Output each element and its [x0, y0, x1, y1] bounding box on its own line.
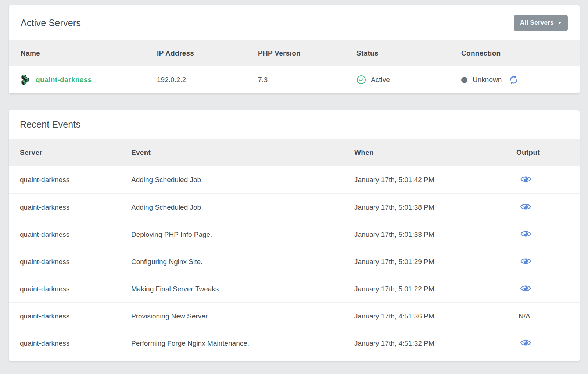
- view-output-button[interactable]: [520, 257, 531, 265]
- active-servers-title: Active Servers: [21, 18, 81, 28]
- event-description: Configuring Nginx Site.: [131, 258, 354, 266]
- events-table-body: quaint-darkness Adding Scheduled Job. Ja…: [9, 166, 580, 357]
- event-server: quaint-darkness: [20, 203, 131, 211]
- server-connection-cell: Unknown: [461, 75, 568, 85]
- event-row: quaint-darkness Making Final Server Twea…: [9, 275, 580, 302]
- column-header-output: Output: [516, 149, 569, 157]
- column-header-ip: IP Address: [157, 49, 258, 57]
- servers-table-header: Name IP Address PHP Version Status Conne…: [9, 40, 580, 66]
- server-connection-label: Unknown: [473, 76, 502, 84]
- server-name-cell: quaint-darkness: [21, 74, 157, 85]
- eye-icon: [520, 175, 531, 183]
- server-ip: 192.0.2.2: [157, 76, 258, 84]
- server-cubes-icon: [21, 74, 30, 85]
- column-header-connection: Connection: [461, 49, 568, 57]
- event-description: Adding Scheduled Job.: [131, 203, 354, 211]
- event-row: quaint-darkness Adding Scheduled Job. Ja…: [9, 166, 580, 193]
- event-server: quaint-darkness: [20, 176, 131, 184]
- recent-events-title: Recent Events: [20, 119, 80, 130]
- event-server: quaint-darkness: [20, 339, 131, 348]
- connection-unknown-dot-icon: [461, 77, 467, 83]
- event-when: January 17th, 5:01:22 PM: [354, 285, 516, 293]
- recent-events-card: Recent Events Server Event When Output q…: [9, 110, 580, 361]
- view-output-button[interactable]: [520, 230, 531, 238]
- all-servers-dropdown-label: All Servers: [520, 19, 554, 26]
- status-check-circle-icon: [356, 75, 366, 85]
- event-server: quaint-darkness: [20, 312, 131, 320]
- event-when: January 17th, 5:01:38 PM: [354, 203, 516, 211]
- active-servers-header: Active Servers All Servers: [9, 5, 580, 40]
- column-header-php: PHP Version: [258, 49, 356, 57]
- event-row: quaint-darkness Performing Forge Nginx M…: [9, 330, 580, 357]
- event-output-cell: [516, 175, 569, 185]
- column-header-event: Event: [131, 149, 354, 157]
- event-when: January 17th, 5:01:29 PM: [354, 258, 516, 266]
- event-description: Deploying PHP Info Page.: [131, 231, 354, 239]
- column-header-status: Status: [356, 49, 461, 57]
- event-description: Provisioning New Server.: [131, 312, 354, 320]
- event-row: quaint-darkness Provisioning New Server.…: [9, 302, 580, 330]
- event-description: Making Final Server Tweaks.: [131, 285, 354, 293]
- eye-icon: [520, 284, 531, 292]
- event-row: quaint-darkness Configuring Nginx Site. …: [9, 248, 580, 275]
- event-row: quaint-darkness Deploying PHP Info Page.…: [9, 221, 580, 248]
- event-output-cell: [516, 284, 569, 294]
- recent-events-header: Recent Events: [9, 110, 580, 139]
- event-output-cell: [516, 203, 569, 212]
- event-server: quaint-darkness: [20, 258, 131, 266]
- active-servers-card: Active Servers All Servers Name IP Addre…: [9, 5, 580, 93]
- view-output-button[interactable]: [520, 175, 531, 183]
- eye-icon: [520, 257, 531, 265]
- event-server: quaint-darkness: [20, 285, 131, 293]
- column-header-name: Name: [21, 49, 157, 57]
- server-name-link[interactable]: quaint-darkness: [36, 76, 92, 84]
- event-row: quaint-darkness Adding Scheduled Job. Ja…: [9, 193, 580, 221]
- server-php-version: 7.3: [258, 76, 356, 84]
- refresh-icon: [509, 75, 519, 85]
- column-header-server: Server: [20, 149, 131, 157]
- eye-icon: [520, 339, 531, 347]
- event-when: January 17th, 5:01:42 PM: [354, 176, 516, 184]
- view-output-button[interactable]: [520, 284, 531, 292]
- event-when: January 17th, 5:01:33 PM: [354, 231, 516, 239]
- view-output-button[interactable]: [520, 339, 531, 347]
- event-output-cell: [516, 257, 569, 267]
- server-row: quaint-darkness 192.0.2.2 7.3 Active Unk…: [9, 66, 580, 93]
- eye-icon: [520, 203, 531, 211]
- server-status-cell: Active: [356, 75, 461, 85]
- event-output-na: N/A: [519, 312, 530, 320]
- dashboard-page: Active Servers All Servers Name IP Addre…: [0, 0, 588, 361]
- event-when: January 17th, 4:51:36 PM: [354, 312, 516, 320]
- event-output-cell: [516, 339, 569, 348]
- event-when: January 17th, 4:51:32 PM: [354, 339, 516, 348]
- connection-refresh-button[interactable]: [509, 75, 519, 85]
- column-header-when: When: [354, 149, 516, 157]
- view-output-button[interactable]: [520, 203, 531, 211]
- server-status-label: Active: [371, 76, 390, 84]
- event-output-cell: [516, 230, 569, 239]
- events-table-header: Server Event When Output: [9, 139, 580, 166]
- event-description: Adding Scheduled Job.: [131, 176, 354, 184]
- event-server: quaint-darkness: [20, 231, 131, 239]
- all-servers-dropdown-button[interactable]: All Servers: [514, 15, 568, 31]
- caret-down-icon: [558, 22, 562, 24]
- eye-icon: [520, 230, 531, 238]
- event-description: Performing Forge Nginx Maintenance.: [131, 339, 354, 348]
- event-output-cell: N/A: [516, 312, 569, 320]
